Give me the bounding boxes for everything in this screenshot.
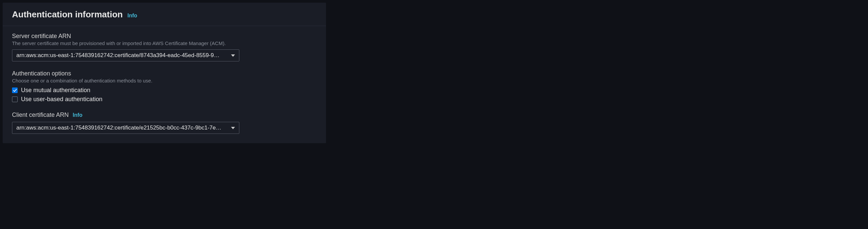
panel-header: Authentication information Info xyxy=(3,3,326,26)
panel-info-link[interactable]: Info xyxy=(127,13,137,19)
user-based-auth-checkbox[interactable] xyxy=(12,96,18,102)
server-cert-value: arn:aws:acm:us-east-1:754839162742:certi… xyxy=(16,52,228,59)
dropdown-caret-icon xyxy=(231,127,235,129)
authentication-panel: Authentication information Info Server c… xyxy=(3,3,326,143)
panel-body: Server certificate ARN The server certif… xyxy=(3,26,326,143)
client-cert-label: Client certificate ARN xyxy=(12,112,69,118)
mutual-auth-label: Use mutual authentication xyxy=(21,87,90,94)
user-based-auth-label: Use user-based authentication xyxy=(21,96,102,103)
server-cert-select[interactable]: arn:aws:acm:us-east-1:754839162742:certi… xyxy=(12,49,239,61)
panel-title: Authentication information xyxy=(12,9,123,20)
mutual-auth-option[interactable]: Use mutual authentication xyxy=(12,87,317,94)
client-cert-value: arn:aws:acm:us-east-1:754839162742:certi… xyxy=(16,124,228,131)
mutual-auth-checkbox[interactable] xyxy=(12,87,18,93)
check-icon xyxy=(13,88,17,92)
client-cert-select[interactable]: arn:aws:acm:us-east-1:754839162742:certi… xyxy=(12,122,239,134)
server-cert-label: Server certificate ARN xyxy=(12,33,317,40)
dropdown-caret-icon xyxy=(231,54,235,57)
user-based-auth-option[interactable]: Use user-based authentication xyxy=(12,96,317,103)
auth-options-label: Authentication options xyxy=(12,70,317,77)
client-cert-group: Client certificate ARN Info arn:aws:acm:… xyxy=(12,112,317,134)
server-cert-help: The server certificate must be provision… xyxy=(12,40,317,46)
auth-options-group: Authentication options Choose one or a c… xyxy=(12,70,317,103)
server-cert-group: Server certificate ARN The server certif… xyxy=(12,33,317,61)
auth-options-help: Choose one or a combination of authentic… xyxy=(12,78,317,83)
client-cert-info-link[interactable]: Info xyxy=(73,112,82,118)
